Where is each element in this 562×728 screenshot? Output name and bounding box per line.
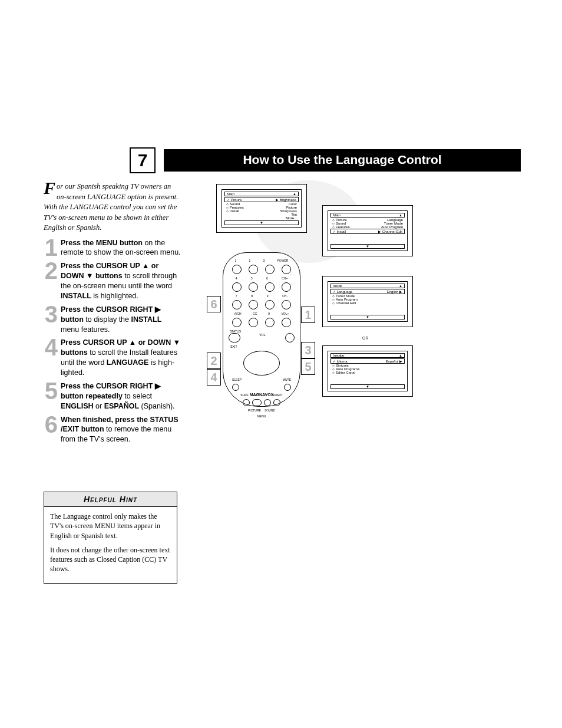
step-number: 6 [44,415,58,445]
step-3: 3 Press the CURSOR RIGHT ▶ button to dis… [44,305,182,335]
step-1: 1 Press the MENU button on the remote to… [44,238,182,258]
section-number: 7 [130,147,156,173]
remote-row [229,265,295,274]
step-text: Press the MENU button on the remote to s… [61,238,182,258]
step-number: 4 [44,338,58,378]
tv-screen-main-picture: Main▲ ✓ Picture▶ Brightness ◇SoundColor … [216,184,307,233]
step-2: 2 Press the CURSOR UP ▲ or DOWN ▼ button… [44,261,182,301]
callout-2: 2 [207,353,221,369]
callout-4: 4 [207,369,221,386]
hint-body: The Language control only makes the TV's… [44,507,177,583]
helpful-hint-box: Helpful Hint The Language control only m… [44,492,177,584]
hint-paragraph-1: The Language control only makes the TV's… [50,512,171,541]
step-5: 5 Press the CURSOR RIGHT ▶ button repeat… [44,381,182,411]
remote-row [229,318,295,327]
content-columns: For our Spanish speaking TV owners an on… [44,182,521,584]
tv-screen-install-english: Install▲ ✓ LanguageEnglish ▶ ◇Tuner Mode… [322,276,413,327]
step-number: 3 [44,305,58,335]
remote-brand: MAGNAVOX [223,393,300,397]
page: 7 How to Use the Language Control For ou… [0,0,562,728]
title-bar: 7 How to Use the Language Control [130,147,521,173]
step-text: Press the CURSOR RIGHT ▶ button repeated… [61,381,182,411]
step-number: 2 [44,261,58,301]
tv-screen-install-spanish: Instalar▲ ✓ IdiomaEspañol ▶ ◇Sintonia ◇A… [322,345,413,397]
cursor-pad [243,351,280,375]
page-title: How to Use the Language Control [164,149,521,172]
step-text: Press CURSOR UP ▲ or DOWN ▼ buttons to s… [61,338,182,378]
step-text: Press the CURSOR RIGHT ▶ button to displ… [61,305,182,335]
callout-6: 6 [207,296,221,312]
or-label: OR [362,336,369,340]
remote-diagram: 123POWER 456CH+ 789CH- A/CHCC0VOL+ STATU… [223,252,300,407]
left-column: For our Spanish speaking TV owners an on… [44,182,182,584]
remote-row [229,282,295,292]
hint-title: Helpful Hint [44,492,177,507]
hint-paragraph-2: It does not change the other on-screen t… [50,545,171,574]
callout-3: 3 [301,342,315,358]
step-text: Press the CURSOR UP ▲ or DOWN ▼ buttons … [61,261,182,301]
step-number: 1 [44,238,58,258]
remote-row [229,300,295,309]
callout-1: 1 [301,307,315,323]
step-6: 6 When finished, press the STATUS /EXIT … [44,415,182,445]
callout-5: 5 [301,358,315,375]
right-column-diagram: 123POWER 456CH+ 789CH- A/CHCC0VOL+ STATU… [196,182,521,584]
drop-cap: F [44,182,57,195]
step-4: 4 Press CURSOR UP ▲ or DOWN ▼ buttons to… [44,338,182,378]
tv-screen-main-install: Main▲ ◇PictureLanguage ◇SoundTuner Mode … [322,205,413,256]
step-text: When finished, press the STATUS /EXIT bu… [61,415,182,445]
intro-paragraph: For our Spanish speaking TV owners an on… [44,182,182,233]
step-number: 5 [44,381,58,411]
intro-text: or our Spanish speaking TV owners an on-… [44,182,178,232]
